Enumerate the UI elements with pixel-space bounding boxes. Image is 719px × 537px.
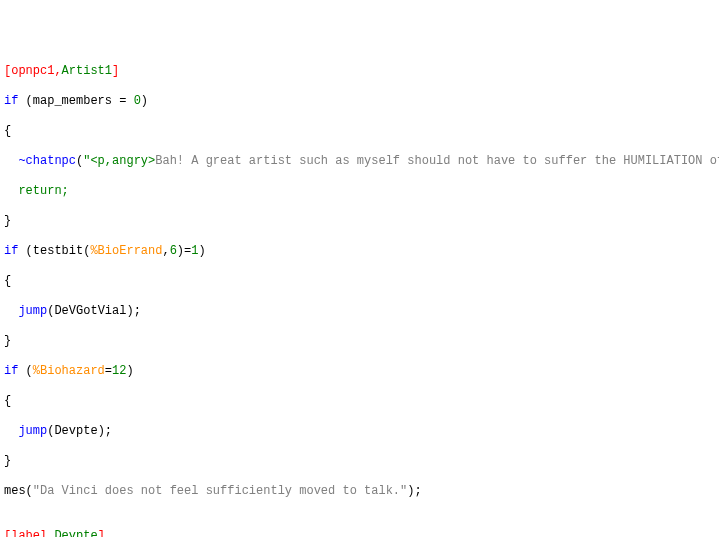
code-line: return;: [4, 184, 719, 199]
code-line: [label,Devpte]: [4, 529, 719, 537]
code-line: }: [4, 334, 719, 349]
code-line: if (%Biohazard=12): [4, 364, 719, 379]
code-line: mes("Da Vinci does not feel sufficiently…: [4, 484, 719, 499]
code-line: [opnpc1,Artist1]: [4, 64, 719, 79]
code-line: {: [4, 274, 719, 289]
code-line: if (map_members = 0): [4, 94, 719, 109]
code-line: }: [4, 454, 719, 469]
code-line: {: [4, 124, 719, 139]
code-line: }: [4, 214, 719, 229]
code-line: if (testbit(%BioErrand,6)=1): [4, 244, 719, 259]
code-line: {: [4, 394, 719, 409]
code-line: jump(Devpte);: [4, 424, 719, 439]
code-line: jump(DeVGotVial);: [4, 304, 719, 319]
code-line: ~chatnpc("<p,angry>Bah! A great artist s…: [4, 154, 719, 169]
